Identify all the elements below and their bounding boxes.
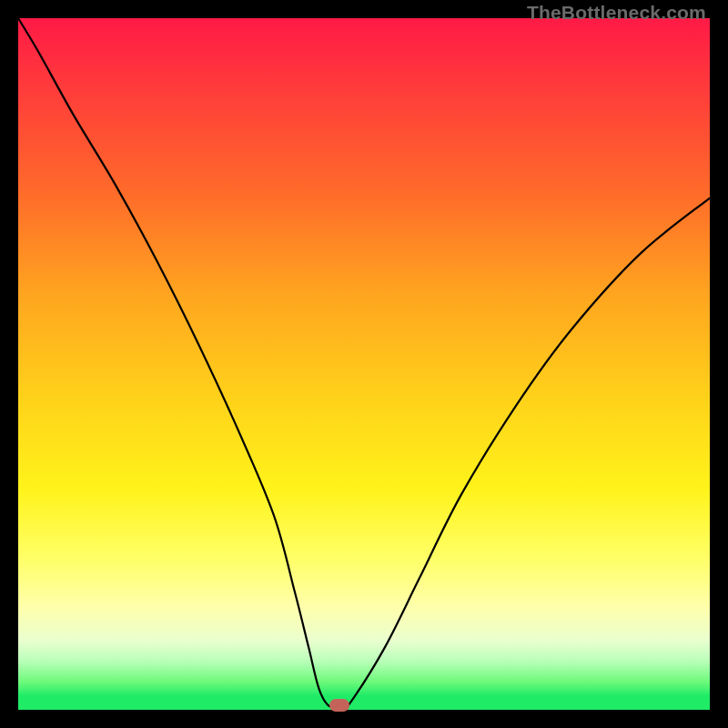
- bottleneck-curve: [18, 18, 710, 710]
- curve-path: [18, 18, 710, 708]
- watermark-label: TheBottleneck.com: [527, 2, 706, 24]
- plot-area: [18, 18, 710, 710]
- minimum-marker: [329, 699, 349, 712]
- chart-container: TheBottleneck.com: [0, 0, 728, 728]
